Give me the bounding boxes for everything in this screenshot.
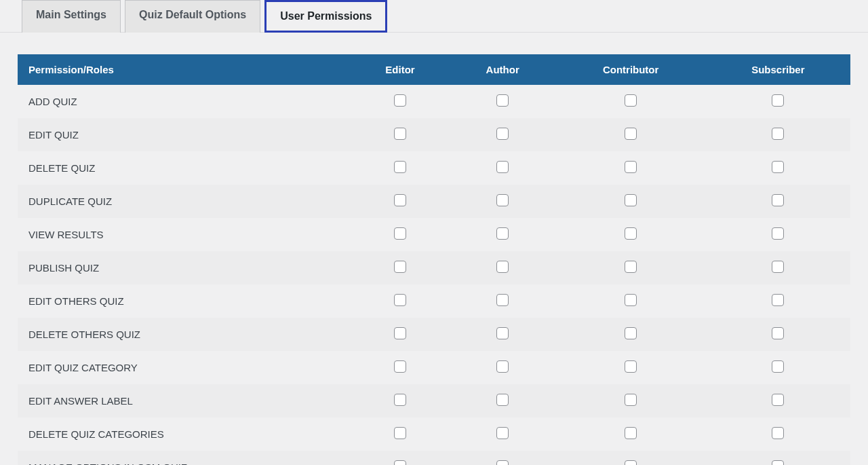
table-row: EDIT QUIZ <box>18 118 850 151</box>
table-row: DELETE QUIZ <box>18 151 850 185</box>
permission-cell <box>556 284 706 318</box>
table-row: DELETE QUIZ CATEGORIES <box>18 417 850 451</box>
permission-checkbox-author[interactable] <box>496 394 509 406</box>
permission-checkbox-contributor[interactable] <box>625 227 637 240</box>
permission-checkbox-editor[interactable] <box>394 94 406 107</box>
permission-checkbox-contributor[interactable] <box>625 128 637 140</box>
header-permission: Permission/Roles <box>18 54 351 85</box>
permission-checkbox-author[interactable] <box>496 360 509 373</box>
permission-cell <box>450 251 556 284</box>
permission-cell <box>450 151 556 185</box>
permission-cell <box>450 318 556 351</box>
permission-checkbox-author[interactable] <box>496 227 509 240</box>
permission-checkbox-editor[interactable] <box>394 360 406 373</box>
permission-checkbox-editor[interactable] <box>394 194 406 206</box>
tab-main-settings[interactable]: Main Settings <box>22 0 121 33</box>
permission-cell <box>556 451 706 465</box>
permission-checkbox-subscriber[interactable] <box>772 261 784 273</box>
permission-label: MANAGE OPTIONS IN QSM QUIZ <box>18 451 351 465</box>
table-row: EDIT OTHERS QUIZ <box>18 284 850 318</box>
permission-checkbox-editor[interactable] <box>394 161 406 173</box>
permission-checkbox-subscriber[interactable] <box>772 194 784 206</box>
permission-cell <box>450 85 556 118</box>
permission-checkbox-editor[interactable] <box>394 394 406 406</box>
permission-cell <box>351 318 450 351</box>
permissions-table: Permission/Roles Editor Author Contribut… <box>18 54 850 465</box>
permission-cell <box>351 185 450 218</box>
table-row: VIEW RESULTS <box>18 218 850 251</box>
permission-label: DUPLICATE QUIZ <box>18 185 351 218</box>
permission-checkbox-subscriber[interactable] <box>772 460 784 465</box>
permission-label: VIEW RESULTS <box>18 218 351 251</box>
permission-checkbox-author[interactable] <box>496 128 509 140</box>
permission-checkbox-contributor[interactable] <box>625 261 637 273</box>
permission-cell <box>351 351 450 384</box>
permission-checkbox-author[interactable] <box>496 194 509 206</box>
permission-checkbox-subscriber[interactable] <box>772 427 784 439</box>
table-row: ADD QUIZ <box>18 85 850 118</box>
permission-cell <box>351 85 450 118</box>
table-row: MANAGE OPTIONS IN QSM QUIZ <box>18 451 850 465</box>
permission-cell <box>351 151 450 185</box>
permission-checkbox-editor[interactable] <box>394 327 406 339</box>
permission-checkbox-subscriber[interactable] <box>772 360 784 373</box>
permission-checkbox-contributor[interactable] <box>625 394 637 406</box>
permission-checkbox-subscriber[interactable] <box>772 161 784 173</box>
permission-cell <box>556 151 706 185</box>
tab-user-permissions[interactable]: User Permissions <box>264 0 387 33</box>
permission-checkbox-subscriber[interactable] <box>772 227 784 240</box>
permission-checkbox-author[interactable] <box>496 460 509 465</box>
permission-label: DELETE QUIZ <box>18 151 351 185</box>
permission-checkbox-contributor[interactable] <box>625 294 637 306</box>
permission-cell <box>450 451 556 465</box>
permission-cell <box>706 284 850 318</box>
permission-checkbox-contributor[interactable] <box>625 194 637 206</box>
permission-checkbox-subscriber[interactable] <box>772 394 784 406</box>
table-row: PUBLISH QUIZ <box>18 251 850 284</box>
permission-checkbox-subscriber[interactable] <box>772 294 784 306</box>
permission-cell <box>450 218 556 251</box>
permission-checkbox-author[interactable] <box>496 94 509 107</box>
permission-cell <box>450 118 556 151</box>
permission-cell <box>351 417 450 451</box>
permission-checkbox-contributor[interactable] <box>625 460 637 465</box>
tabs-bar: Main Settings Quiz Default Options User … <box>0 0 868 33</box>
permission-cell <box>706 451 850 465</box>
permission-cell <box>556 218 706 251</box>
permission-checkbox-contributor[interactable] <box>625 161 637 173</box>
permission-cell <box>706 185 850 218</box>
tab-quiz-default-options[interactable]: Quiz Default Options <box>125 0 260 33</box>
permission-checkbox-editor[interactable] <box>394 227 406 240</box>
permission-label: EDIT QUIZ <box>18 118 351 151</box>
permission-checkbox-author[interactable] <box>496 294 509 306</box>
permission-cell <box>351 118 450 151</box>
permission-cell <box>450 384 556 417</box>
permission-checkbox-contributor[interactable] <box>625 94 637 107</box>
permission-cell <box>556 251 706 284</box>
header-subscriber: Subscriber <box>706 54 850 85</box>
permission-checkbox-editor[interactable] <box>394 128 406 140</box>
permission-checkbox-editor[interactable] <box>394 261 406 273</box>
tab-content: Permission/Roles Editor Author Contribut… <box>0 33 868 465</box>
permission-checkbox-subscriber[interactable] <box>772 128 784 140</box>
permission-checkbox-editor[interactable] <box>394 427 406 439</box>
permission-checkbox-author[interactable] <box>496 161 509 173</box>
permission-checkbox-subscriber[interactable] <box>772 327 784 339</box>
permission-cell <box>706 417 850 451</box>
permission-checkbox-author[interactable] <box>496 427 509 439</box>
permission-checkbox-author[interactable] <box>496 327 509 339</box>
permission-cell <box>351 284 450 318</box>
permission-cell <box>706 218 850 251</box>
permission-label: EDIT QUIZ CATEGORY <box>18 351 351 384</box>
permission-label: EDIT OTHERS QUIZ <box>18 284 351 318</box>
permission-checkbox-contributor[interactable] <box>625 360 637 373</box>
permission-checkbox-contributor[interactable] <box>625 327 637 339</box>
header-editor: Editor <box>351 54 450 85</box>
permission-checkbox-editor[interactable] <box>394 460 406 465</box>
permission-checkbox-contributor[interactable] <box>625 427 637 439</box>
permission-label: DELETE OTHERS QUIZ <box>18 318 351 351</box>
permission-checkbox-editor[interactable] <box>394 294 406 306</box>
permission-cell <box>556 384 706 417</box>
permission-checkbox-author[interactable] <box>496 261 509 273</box>
permission-checkbox-subscriber[interactable] <box>772 94 784 107</box>
